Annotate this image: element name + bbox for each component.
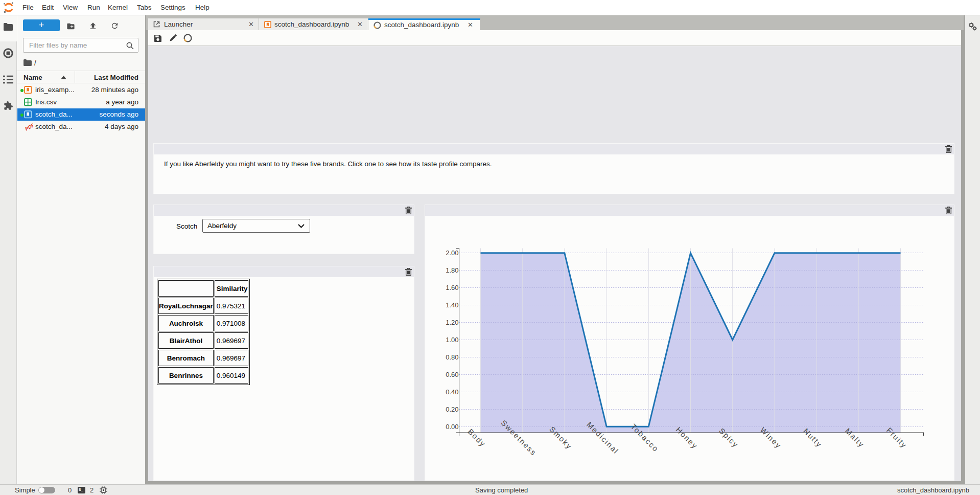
svg-text:2.00: 2.00 <box>446 249 458 257</box>
svg-text:1.80: 1.80 <box>446 266 458 274</box>
svg-text:0.00: 0.00 <box>446 423 458 431</box>
svg-text:1.20: 1.20 <box>446 319 458 326</box>
svg-text:0.80: 0.80 <box>446 353 458 361</box>
svg-text:1.60: 1.60 <box>446 284 458 291</box>
svg-text:PDF: PDF <box>24 122 33 131</box>
svg-text:1.40: 1.40 <box>446 301 458 309</box>
svg-text:0.60: 0.60 <box>446 371 458 378</box>
svg-text:1.00: 1.00 <box>446 336 458 344</box>
svg-text:0.40: 0.40 <box>446 388 458 396</box>
svg-text:0.20: 0.20 <box>446 406 458 413</box>
